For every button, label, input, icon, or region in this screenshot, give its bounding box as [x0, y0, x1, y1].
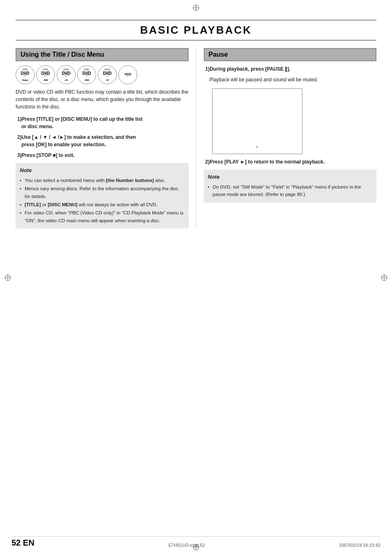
left-note-list: You can select a numbered menu with [the… [20, 177, 184, 224]
left-column: Using the Title / Disc Menu DVD DVD Vide… [16, 48, 196, 228]
right-note-box: Note On DVD, set "Still Mode" to "Field"… [204, 170, 377, 203]
right-step-1: 1)During playback, press [PAUSE ‖]. [204, 65, 377, 73]
disc-top-label: DVD [64, 68, 69, 71]
footer-file-info: E7H51UD.indd 52 [168, 543, 205, 548]
disc-top-label: DVD [105, 68, 110, 71]
disc-main-label: VCD [125, 72, 131, 76]
footer-left: 52 EN [12, 538, 35, 548]
disc-main-label: DVD [82, 71, 91, 76]
disc-sub-label: -RW [84, 79, 89, 81]
disc-badge-dvd-r-plus: DVD DVD +R [57, 65, 76, 84]
footer-timestamp: 2007/02/19 18:23:42 [339, 543, 380, 548]
page-number: 52 EN [12, 538, 35, 547]
right-note-item-1: On DVD, set "Still Mode" to "Field" in "… [208, 183, 373, 198]
left-note-title: Note [20, 166, 184, 175]
disc-main-label: DVD [103, 71, 111, 76]
disc-badge-vcd: VCD [118, 65, 137, 84]
note-item-2: Menus vary among discs. Refer to the inf… [20, 185, 184, 200]
disc-badge-dvd-rw2: DVD DVD -RW [77, 65, 96, 84]
page-footer: 52 EN E7H51UD.indd 52 2007/02/19 18:23:4… [12, 536, 380, 548]
disc-sub-label: -R [106, 79, 108, 81]
right-step-1-sub: Playback will be paused and sound will b… [210, 76, 377, 83]
disc-sub-label: +R [65, 79, 68, 81]
disc-main-label: DVD [41, 71, 50, 76]
disc-sub-label: -RW [43, 79, 48, 81]
disc-top-label: DVD [23, 68, 28, 71]
page-title-bar: BASIC PLAYBACK [16, 20, 376, 41]
disc-main-label: DVD [21, 71, 29, 76]
disc-top-label: DVD [43, 68, 48, 71]
pause-symbol-text: " [256, 145, 258, 151]
note-item-3: [TITLE] or [DISC MENU] will not always b… [20, 201, 184, 208]
step-2: 2)Use [▲ / ▼ / ◄ /►] to make a selection… [16, 134, 189, 148]
step-2-text: 2)Use [▲ / ▼ / ◄ /►] to make a selection… [17, 134, 136, 147]
two-column-layout: Using the Title / Disc Menu DVD DVD Vide… [16, 48, 376, 228]
page-title: BASIC PLAYBACK [16, 24, 376, 37]
disc-badge-dvd-rw: DVD DVD -RW [36, 65, 55, 84]
right-step-2-label: 2)Press [PLAY ►] to return to the normal… [205, 159, 325, 165]
right-note-list: On DVD, set "Still Mode" to "Field" in "… [208, 183, 373, 198]
right-step-1-label: 1)During playback, press [PAUSE ‖]. [205, 66, 291, 72]
disc-badge-dvd-video: DVD DVD Video [16, 65, 35, 84]
step-3: 3)Press [STOP ■] to exit. [16, 152, 189, 159]
disc-icons-row: DVD DVD Video DVD DVD -RW DVD DVD +R [16, 65, 189, 84]
right-column: Pause 1)During playback, press [PAUSE ‖]… [196, 48, 377, 228]
right-note-title: Note [208, 173, 373, 182]
right-step-2: 2)Press [PLAY ►] to return to the normal… [204, 158, 377, 166]
note-item-4: For video CD, when "PBC (Video CD only)"… [20, 209, 184, 224]
pause-image-box: " [212, 88, 302, 154]
disc-main-label: DVD [62, 71, 70, 76]
disc-sub-label: Video [22, 79, 28, 81]
disc-badge-dvd-r: DVD DVD -R [98, 65, 117, 84]
note-item-1: You can select a numbered menu with [the… [20, 177, 184, 184]
page-container: BASIC PLAYBACK Using the Title / Disc Me… [0, 0, 392, 555]
left-note-box: Note You can select a numbered menu with… [16, 163, 189, 228]
disc-top-label: DVD [84, 68, 90, 71]
footer-filename: E7H51UD.indd 52 [168, 543, 205, 548]
step-1-text: 1)Press [TITLE] or [DISC MENU] to call u… [17, 116, 143, 129]
step-1: 1)Press [TITLE] or [DISC MENU] to call u… [16, 115, 189, 130]
step-3-text: 3)Press [STOP ■] to exit. [17, 152, 75, 158]
left-body-text: DVD or video CD with PBC function may co… [16, 88, 189, 111]
footer-right: 2007/02/19 18:23:42 [339, 543, 380, 548]
left-section-header: Using the Title / Disc Menu [16, 48, 189, 61]
right-section-header: Pause [204, 48, 377, 61]
